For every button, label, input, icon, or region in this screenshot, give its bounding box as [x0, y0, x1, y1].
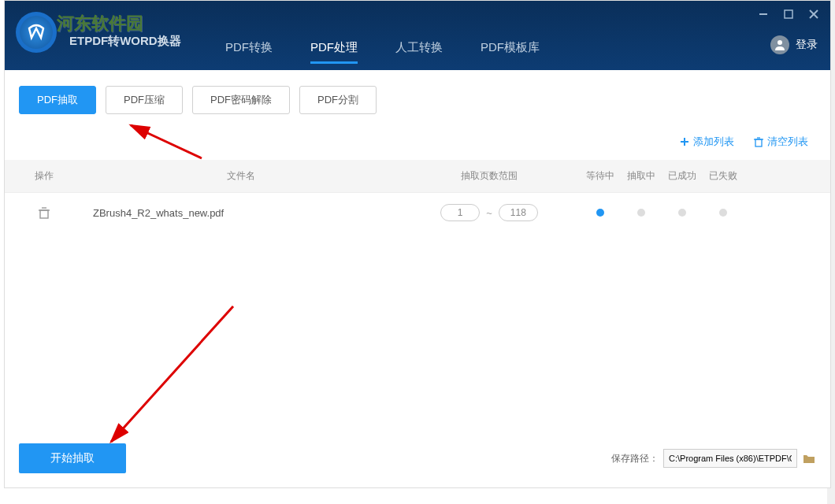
close-button[interactable]	[808, 9, 819, 20]
subtab-pdf-compress[interactable]: PDF压缩	[106, 86, 183, 114]
range-to-input[interactable]	[499, 204, 538, 221]
status-dot-waiting	[596, 209, 604, 217]
minimize-button[interactable]	[758, 9, 769, 20]
subtab-pdf-extract[interactable]: PDF抽取	[19, 86, 96, 114]
status-success	[662, 209, 703, 217]
subtab-pdf-password-remove[interactable]: PDF密码解除	[192, 86, 290, 114]
app-logo-icon	[16, 12, 57, 53]
titlebar: 河东软件园 ETPDF转WORD换器 PDF转换 PDF处理 人工转换 PDF模…	[5, 1, 830, 70]
status-extracting	[621, 209, 662, 217]
main-tabs: PDF转换 PDF处理 人工转换 PDF模板库	[225, 40, 540, 64]
tab-pdf-convert[interactable]: PDF转换	[225, 40, 273, 64]
watermark-text: 河东软件园	[57, 12, 143, 35]
svg-rect-1	[785, 10, 792, 18]
add-list-button[interactable]: 添加列表	[679, 135, 734, 149]
app-name: ETPDF转WORD换器	[69, 34, 181, 49]
table-header: 操作 文件名 抽取页数范围 等待中 抽取中 已成功 已失败	[5, 160, 830, 193]
tab-manual-convert[interactable]: 人工转换	[395, 40, 443, 64]
login-button[interactable]: 登录	[770, 35, 818, 54]
svg-line-14	[111, 306, 233, 442]
plus-icon	[679, 136, 690, 147]
svg-rect-10	[40, 210, 48, 218]
avatar-icon	[770, 35, 789, 54]
svg-point-4	[777, 40, 782, 45]
table-row: ZBrush4_R2_whats_new.pdf ~	[5, 193, 830, 232]
save-path-input[interactable]	[663, 449, 797, 468]
col-extracting: 抽取中	[621, 169, 662, 183]
status-waiting	[580, 209, 621, 217]
svg-rect-7	[755, 139, 762, 146]
subtab-pdf-split[interactable]: PDF分割	[299, 86, 377, 114]
range-from-input[interactable]	[440, 204, 480, 221]
action-row: 添加列表 清空列表	[5, 130, 830, 160]
col-range: 抽取页数范围	[399, 169, 580, 183]
start-extract-button[interactable]: 开始抽取	[19, 443, 126, 473]
footer: 开始抽取 保存路径：	[19, 443, 816, 473]
row-range: ~	[399, 204, 580, 221]
app-window: 河东软件园 ETPDF转WORD换器 PDF转换 PDF处理 人工转换 PDF模…	[4, 0, 831, 488]
delete-icon[interactable]	[38, 206, 50, 219]
tab-pdf-templates[interactable]: PDF模板库	[481, 40, 540, 64]
trash-icon	[753, 136, 764, 147]
col-waiting: 等待中	[580, 169, 621, 183]
annotation-arrow-2	[99, 300, 241, 450]
clear-list-button[interactable]: 清空列表	[753, 135, 808, 149]
window-controls	[758, 9, 819, 20]
logo-inner	[20, 16, 53, 49]
col-filename: 文件名	[84, 169, 399, 183]
login-label: 登录	[796, 38, 818, 52]
tab-pdf-process[interactable]: PDF处理	[310, 40, 358, 64]
row-delete-cell	[5, 206, 84, 219]
status-dot-failed	[719, 209, 727, 217]
col-failed: 已失败	[703, 169, 744, 183]
row-filename: ZBrush4_R2_whats_new.pdf	[84, 207, 399, 219]
col-success: 已成功	[662, 169, 703, 183]
status-failed	[703, 209, 744, 217]
range-tilde: ~	[486, 207, 492, 219]
save-path-label: 保存路径：	[611, 452, 659, 465]
save-path-area: 保存路径：	[611, 449, 816, 468]
status-dot-success	[678, 209, 686, 217]
col-operation: 操作	[5, 169, 84, 183]
maximize-button[interactable]	[783, 9, 794, 20]
sub-tabs: PDF抽取 PDF压缩 PDF密码解除 PDF分割	[5, 70, 830, 130]
folder-icon[interactable]	[802, 451, 816, 465]
status-dot-extracting	[637, 209, 645, 217]
